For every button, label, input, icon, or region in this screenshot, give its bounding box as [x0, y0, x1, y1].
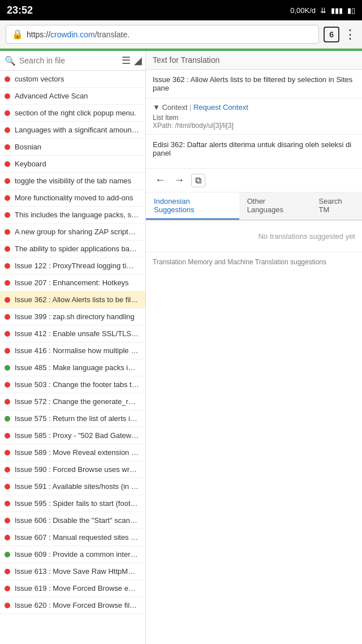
context-text: Context [162, 103, 187, 111]
status-right: 0,00K/d ⇊ ▮▮▮ ▮▯ [290, 6, 355, 15]
status-dot [5, 263, 10, 269]
list-item[interactable]: Issue 591 : Available sites/hosts (in th… [0, 478, 145, 495]
list-item[interactable]: toggle the visibility of the tab names [0, 173, 145, 190]
status-dot [5, 331, 10, 337]
translation-memory: Translation Memory and Machine Translati… [146, 252, 362, 272]
list-item[interactable]: Issue 485 : Make language packs into a..… [0, 359, 145, 376]
status-dot [5, 433, 10, 439]
tab-search-tm[interactable]: Search TM [311, 192, 362, 220]
item-text: Issue 485 : Make language packs into a..… [15, 363, 139, 372]
list-item[interactable]: Issue 606 : Disable the "Start" scan but… [0, 512, 145, 529]
tab-count[interactable]: 6 [324, 27, 339, 42]
status-dot [5, 484, 10, 490]
item-text: Issue 606 : Disable the "Start" scan but… [15, 516, 139, 525]
prev-button[interactable]: ← [153, 173, 167, 187]
list-item[interactable]: More functionality moved to add-ons [0, 190, 145, 207]
search-bar: 🔍 ☰ ◢ [0, 51, 145, 71]
list-item[interactable]: Issue 590 : Forced Browse uses wrong s..… [0, 461, 145, 478]
item-text: section of the right click popup menu. [15, 109, 136, 117]
item-text: Bosnian [15, 143, 41, 151]
list-item[interactable]: Issue 585 : Proxy - "502 Bad Gateway" e.… [0, 427, 145, 444]
list-item[interactable]: A new group for sharing ZAP scripts (<0.… [0, 224, 145, 241]
list-item[interactable]: Issue 575 : Return the list of alerts in… [0, 410, 145, 427]
list-item[interactable]: Issue 412 : Enable unsafe SSL/TLS rene..… [0, 325, 145, 342]
list-item[interactable]: Issue 416 : Normalise how multiple rela.… [0, 342, 145, 359]
context-label: ▼ Context | Request Context [153, 103, 355, 111]
list-item[interactable]: Advanced Active Scan [0, 88, 145, 105]
status-dot [5, 297, 10, 303]
list-item[interactable]: Languages with a significant amount of..… [0, 122, 145, 139]
status-dot [5, 467, 10, 473]
status-dot [5, 212, 10, 218]
item-text: Issue 416 : Normalise how multiple rela.… [15, 346, 139, 355]
item-text: Issue 620 : Move Forced Browse files to.… [15, 601, 139, 609]
list-item[interactable]: Issue 609 : Provide a common interface..… [0, 546, 145, 563]
list-item[interactable]: Issue 595 : Spider fails to start (foote… [0, 495, 145, 512]
status-dot [5, 178, 10, 184]
no-translations: No translations suggested yet [146, 221, 362, 252]
main-content: 🔍 ☰ ◢ custom vectorsAdvanced Active Scan… [0, 51, 362, 644]
search-input[interactable] [19, 56, 118, 65]
status-time: 23:52 [7, 5, 33, 16]
list-item[interactable]: The ability to spider applications based… [0, 241, 145, 257]
item-text: Issue 503 : Change the footer tabs to di… [15, 380, 139, 389]
item-text: Languages with a significant amount of..… [15, 126, 139, 134]
list-item[interactable]: Issue 607 : Manual requested sites sho..… [0, 529, 145, 546]
status-dot [5, 501, 10, 506]
list-item[interactable]: Bosnian [0, 139, 145, 156]
context-section: ▼ Context | Request Context List Item XP… [146, 98, 362, 135]
status-dot [5, 535, 10, 540]
list-item[interactable]: This includes the language packs, so tra… [0, 207, 145, 224]
list-item[interactable]: Issue 207 : Enhancement: Hotkeys [0, 274, 145, 291]
status-dot [5, 603, 10, 608]
item-text: Issue 609 : Provide a common interface..… [15, 550, 139, 559]
next-button[interactable]: → [172, 173, 187, 187]
status-dot [5, 144, 10, 150]
status-dot [5, 127, 10, 133]
tab-indonesian-suggestions[interactable]: Indonesian Suggestions [146, 192, 239, 220]
list-item[interactable]: Issue 619 : Move Forced Browse extens... [0, 580, 145, 597]
url-bar[interactable]: 🔒 https://crowdin.com/translate. [6, 25, 319, 44]
item-text: Issue 590 : Forced Browse uses wrong s..… [15, 465, 139, 474]
status-dot [5, 246, 10, 252]
battery-icon: ▮▯ [347, 6, 355, 15]
wifi-bars: ▮▮▮ [331, 6, 343, 15]
list-item[interactable]: Issue 572 : Change the generate_root_c..… [0, 393, 145, 410]
filter-icon[interactable]: ◢ [134, 54, 142, 67]
list-view-icon[interactable]: ☰ [122, 54, 131, 67]
item-text: Issue 572 : Change the generate_root_c..… [15, 397, 139, 406]
list-item[interactable]: section of the right click popup menu. [0, 105, 145, 122]
status-dot [5, 161, 10, 167]
copy-button[interactable]: ⧉ [191, 174, 205, 187]
issue-title: Issue 362 : Allow Alerts lists to be fil… [146, 70, 362, 98]
list-item[interactable]: Issue 620 : Move Forced Browse files to.… [0, 597, 145, 614]
item-text: This includes the language packs, so tra… [15, 211, 139, 219]
item-text: Issue 207 : Enhancement: Hotkeys [15, 278, 129, 287]
item-text: Keyboard [15, 160, 46, 168]
list-item[interactable]: Issue 589 : Move Reveal extension to Z..… [0, 444, 145, 461]
request-context-link[interactable]: Request Context [193, 103, 248, 111]
status-dot [5, 518, 10, 523]
browser-menu-icon[interactable]: ⋮ [344, 27, 356, 42]
list-item[interactable]: Issue 503 : Change the footer tabs to di… [0, 376, 145, 393]
list-item[interactable]: Issue 362 : Allow Alerts lists to be fil… [0, 291, 145, 308]
item-text: Issue 585 : Proxy - "502 Bad Gateway" e.… [15, 431, 139, 440]
list-item[interactable]: Issue 122 : ProxyThread logging timeou..… [0, 257, 145, 274]
list-item[interactable]: Keyboard [0, 156, 145, 173]
right-panel: Text for Translation Issue 362 : Allow A… [146, 51, 362, 644]
status-dot [5, 382, 10, 388]
search-icon: 🔍 [5, 55, 16, 66]
status-dot [5, 314, 10, 320]
list-item[interactable]: Issue 613 : Move Save Raw HttpMessag... [0, 563, 145, 580]
item-text: Issue 362 : Allow Alerts lists to be fil… [15, 295, 139, 304]
status-dot [5, 586, 10, 591]
tab-other-languages[interactable]: Other Languages [239, 192, 311, 220]
list-item[interactable]: custom vectors [0, 71, 145, 88]
network-speed: 0,00K/d [290, 6, 316, 15]
url-host: crowdin.com [50, 30, 95, 39]
list-item-label: List Item [153, 114, 355, 122]
list-item[interactable]: Issue 399 : zap.sh directory handling [0, 308, 145, 325]
item-text: Issue 607 : Manual requested sites sho..… [15, 533, 139, 542]
tabs-bar: Indonesian SuggestionsOther LanguagesSea… [146, 192, 362, 221]
item-text: More functionality moved to add-ons [15, 194, 133, 202]
